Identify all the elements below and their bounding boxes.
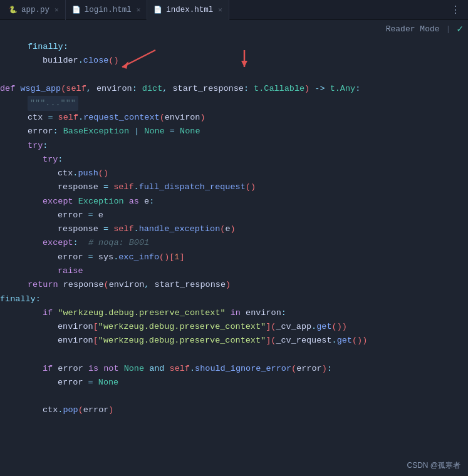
tab-close-login-html[interactable]: ✕ [137,6,141,14]
code-line-exc-info: error = sys.exc_info()[1] [0,251,468,264]
code-content-ctx-pop: ctx.pop(error) [43,403,113,417]
code-content-docstring: """...""" [28,96,78,111]
code-content-try2: try: [43,153,63,167]
code-content-except-bare: except: # noqa: B001 [43,236,149,250]
code-content-cv-request: environ["werkzeug.debug.preserve_context… [58,334,367,348]
code-line-error-e: error = e [0,209,468,222]
code-content-try1: try: [28,139,48,153]
code-line-ctx-pop: ctx.pop(error) [0,403,468,417]
code-line-blank-2 [0,348,468,362]
code-line-1: finally: [0,40,468,54]
code-line-def: def wsgi_app(self, environ: dict, start_… [0,82,468,96]
html-icon-login: 📄 [72,6,81,14]
code-line-finally2: finally: [0,292,468,306]
code-line-error-none: error = None [0,376,468,390]
reader-mode-button[interactable]: Reader Mode [386,24,440,34]
toolbar: Reader Mode | ✓ [386,23,463,35]
code-content-1: finally: [28,40,68,54]
tab-more-button[interactable]: ⋮ [445,4,465,16]
tab-index-html[interactable]: 📄 index.html ✕ [147,0,229,20]
code-content-error-e: error = e [58,209,103,222]
code-content-def: def wsgi_app(self, environ: dict, start_… [0,82,360,96]
code-line-blank-3 [0,390,468,403]
code-area: finally: builder.close() def wsgi_app(se… [0,40,468,417]
code-line-if-werkzeug: if "werkzeug.debug.preserve_context" in … [0,306,468,320]
code-content-error-decl: error: BaseException | None = None [28,125,200,138]
code-line-blank-1 [0,68,468,82]
code-line-except-bare: except: # noqa: B001 [0,236,468,250]
code-line-docstring: """...""" [0,96,468,111]
code-content-finally2: finally: [0,292,41,306]
tab-close-app-py[interactable]: ✕ [55,6,59,14]
code-content-except1: except Exception as e: [43,195,154,209]
tab-app-py[interactable]: 🐍 app.py ✕ [3,0,66,20]
tab-label-login-html: login.html [85,6,132,14]
code-line-ctx: ctx = self.request_context(environ) [0,111,468,125]
tab-bar: 🐍 app.py ✕ 📄 login.html ✕ 📄 index.html ✕… [0,0,468,20]
html-icon-index: 📄 [153,6,162,14]
code-content-handle-exc: response = self.handle_exception(e) [58,222,236,236]
code-content-raise: raise [58,264,83,278]
code-line-raise: raise [0,264,468,278]
tab-label-app-py: app.py [21,6,49,14]
code-line-ctx-push: ctx.push() [0,167,468,180]
checkmark-icon: ✓ [457,23,463,35]
code-content-response: response = self.full_dispatch_request() [58,180,256,194]
code-line-try2: try: [0,153,468,167]
python-icon: 🐍 [9,6,18,14]
code-content-cv-app: environ["werkzeug.debug.preserve_context… [58,320,347,334]
code-line-if-error: if error is not None and self.should_ign… [0,362,468,376]
code-line-return: return response(environ, start_response) [0,278,468,292]
toolbar-separator: | [446,24,451,34]
code-content-ctx-push: ctx.push() [58,167,108,180]
code-line-try1: try: [0,139,468,153]
code-content-if-error: if error is not None and self.should_ign… [43,362,332,376]
code-line-except1: except Exception as e: [0,195,468,209]
code-content-error-none: error = None [58,376,118,390]
tab-close-index-html[interactable]: ✕ [218,6,222,14]
code-line-cv-request: environ["werkzeug.debug.preserve_context… [0,334,468,348]
code-line-handle-exc: response = self.handle_exception(e) [0,222,468,236]
watermark: CSDN @孤寒者 [407,460,460,471]
tab-label-index-html: index.html [166,6,213,14]
code-line-cv-app: environ["werkzeug.debug.preserve_context… [0,320,468,334]
code-line-response: response = self.full_dispatch_request() [0,180,468,194]
code-content-exc-info: error = sys.exc_info()[1] [58,251,185,264]
code-line-2: builder.close() [0,54,468,68]
code-line-error-decl: error: BaseException | None = None [0,125,468,138]
tab-login-html[interactable]: 📄 login.html ✕ [66,0,148,20]
code-content-if-werkzeug: if "werkzeug.debug.preserve_context" in … [43,306,286,320]
code-content-ctx: ctx = self.request_context(environ) [28,111,205,125]
code-content-return: return response(environ, start_response) [28,278,231,292]
code-content-2: builder.close() [43,54,119,68]
